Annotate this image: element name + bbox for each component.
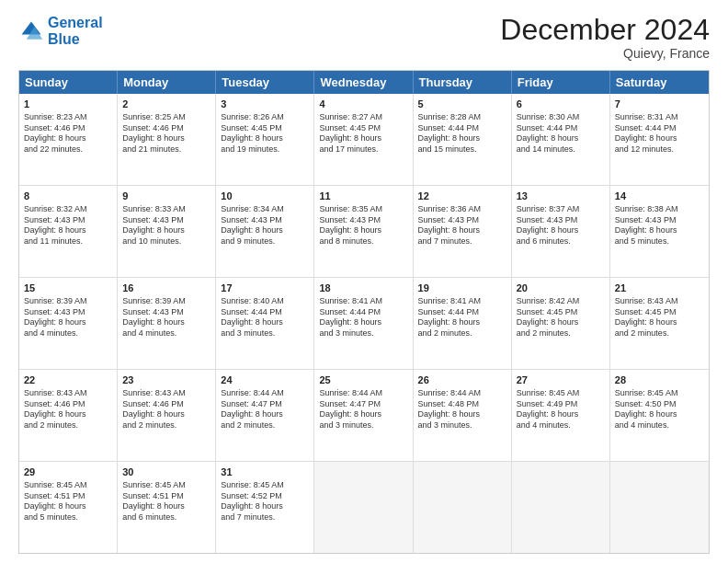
day-number: 28 <box>615 373 704 387</box>
day-number: 2 <box>122 98 210 111</box>
cal-cell: 8Sunrise: 8:32 AM Sunset: 4:43 PM Daylig… <box>19 186 118 277</box>
cal-cell: 13Sunrise: 8:37 AM Sunset: 4:43 PM Dayli… <box>512 186 610 277</box>
cal-row-5: 29Sunrise: 8:45 AM Sunset: 4:51 PM Dayli… <box>19 462 709 553</box>
cal-cell <box>610 462 709 553</box>
cell-text: Sunrise: 8:45 AM Sunset: 4:52 PM Dayligh… <box>221 480 309 523</box>
cal-row-1: 1Sunrise: 8:23 AM Sunset: 4:46 PM Daylig… <box>19 94 709 186</box>
cell-text: Sunrise: 8:30 AM Sunset: 4:44 PM Dayligh… <box>517 112 605 155</box>
cell-text: Sunrise: 8:38 AM Sunset: 4:43 PM Dayligh… <box>615 204 704 247</box>
logo-icon <box>18 18 44 44</box>
day-number: 9 <box>122 190 210 203</box>
cal-cell: 11Sunrise: 8:35 AM Sunset: 4:43 PM Dayli… <box>314 186 413 277</box>
cell-text: Sunrise: 8:41 AM Sunset: 4:44 PM Dayligh… <box>418 296 506 339</box>
cal-cell <box>414 462 512 553</box>
day-number: 1 <box>24 98 112 111</box>
day-number: 29 <box>24 465 112 479</box>
cell-text: Sunrise: 8:39 AM Sunset: 4:43 PM Dayligh… <box>122 296 210 339</box>
cal-row-4: 22Sunrise: 8:43 AM Sunset: 4:46 PM Dayli… <box>19 370 709 462</box>
cal-cell: 21Sunrise: 8:43 AM Sunset: 4:45 PM Dayli… <box>610 278 709 369</box>
cal-cell: 14Sunrise: 8:38 AM Sunset: 4:43 PM Dayli… <box>610 186 709 277</box>
logo: General Blue <box>18 15 103 47</box>
cal-cell: 2Sunrise: 8:25 AM Sunset: 4:46 PM Daylig… <box>118 94 216 185</box>
day-number: 12 <box>418 190 506 203</box>
day-number: 16 <box>122 282 210 295</box>
cell-text: Sunrise: 8:42 AM Sunset: 4:45 PM Dayligh… <box>517 296 605 339</box>
day-number: 14 <box>615 190 704 203</box>
calendar: SundayMondayTuesdayWednesdayThursdayFrid… <box>18 70 710 554</box>
day-number: 4 <box>319 98 407 111</box>
cell-text: Sunrise: 8:31 AM Sunset: 4:44 PM Dayligh… <box>615 112 704 155</box>
cell-text: Sunrise: 8:33 AM Sunset: 4:43 PM Dayligh… <box>122 204 210 247</box>
cal-header-thursday: Thursday <box>414 71 512 94</box>
cell-text: Sunrise: 8:34 AM Sunset: 4:43 PM Dayligh… <box>221 204 309 247</box>
cal-cell: 28Sunrise: 8:45 AM Sunset: 4:50 PM Dayli… <box>610 370 709 461</box>
cal-cell: 9Sunrise: 8:33 AM Sunset: 4:43 PM Daylig… <box>118 186 216 277</box>
day-number: 11 <box>319 190 407 203</box>
header: General Blue December 2024 Quievy, Franc… <box>18 15 710 61</box>
cell-text: Sunrise: 8:41 AM Sunset: 4:44 PM Dayligh… <box>319 296 407 339</box>
day-number: 24 <box>221 373 309 387</box>
cal-header-saturday: Saturday <box>610 71 709 94</box>
day-number: 26 <box>418 373 506 387</box>
cell-text: Sunrise: 8:40 AM Sunset: 4:44 PM Dayligh… <box>221 296 309 339</box>
cell-text: Sunrise: 8:44 AM Sunset: 4:48 PM Dayligh… <box>418 388 506 431</box>
cal-header-monday: Monday <box>118 71 216 94</box>
cal-cell: 29Sunrise: 8:45 AM Sunset: 4:51 PM Dayli… <box>19 462 118 553</box>
cal-cell: 20Sunrise: 8:42 AM Sunset: 4:45 PM Dayli… <box>512 278 610 369</box>
day-number: 8 <box>24 190 112 203</box>
logo-line1: General <box>48 15 103 30</box>
cal-header-sunday: Sunday <box>19 71 118 94</box>
day-number: 21 <box>615 282 704 295</box>
day-number: 19 <box>418 282 506 295</box>
day-number: 25 <box>319 373 407 387</box>
cell-text: Sunrise: 8:45 AM Sunset: 4:50 PM Dayligh… <box>615 388 704 431</box>
page: General Blue December 2024 Quievy, Franc… <box>0 0 728 563</box>
cal-cell: 15Sunrise: 8:39 AM Sunset: 4:43 PM Dayli… <box>19 278 118 369</box>
cell-text: Sunrise: 8:36 AM Sunset: 4:43 PM Dayligh… <box>418 204 506 247</box>
cal-header-friday: Friday <box>512 71 610 94</box>
cell-text: Sunrise: 8:43 AM Sunset: 4:46 PM Dayligh… <box>24 388 112 431</box>
cal-cell: 6Sunrise: 8:30 AM Sunset: 4:44 PM Daylig… <box>512 94 610 185</box>
day-number: 10 <box>221 190 309 203</box>
day-number: 6 <box>517 98 605 111</box>
cal-cell: 17Sunrise: 8:40 AM Sunset: 4:44 PM Dayli… <box>216 278 314 369</box>
cell-text: Sunrise: 8:25 AM Sunset: 4:46 PM Dayligh… <box>122 112 210 155</box>
cal-row-3: 15Sunrise: 8:39 AM Sunset: 4:43 PM Dayli… <box>19 278 709 370</box>
day-number: 7 <box>615 98 704 111</box>
cal-cell: 16Sunrise: 8:39 AM Sunset: 4:43 PM Dayli… <box>118 278 216 369</box>
cal-cell <box>512 462 610 553</box>
cal-cell: 25Sunrise: 8:44 AM Sunset: 4:47 PM Dayli… <box>314 370 413 461</box>
cal-cell: 3Sunrise: 8:26 AM Sunset: 4:45 PM Daylig… <box>216 94 314 185</box>
day-number: 22 <box>24 373 112 387</box>
day-number: 17 <box>221 282 309 295</box>
cal-cell: 23Sunrise: 8:43 AM Sunset: 4:46 PM Dayli… <box>118 370 216 461</box>
cal-cell <box>314 462 413 553</box>
cell-text: Sunrise: 8:44 AM Sunset: 4:47 PM Dayligh… <box>319 388 407 431</box>
cal-cell: 18Sunrise: 8:41 AM Sunset: 4:44 PM Dayli… <box>314 278 413 369</box>
cal-cell: 31Sunrise: 8:45 AM Sunset: 4:52 PM Dayli… <box>216 462 314 553</box>
cal-cell: 1Sunrise: 8:23 AM Sunset: 4:46 PM Daylig… <box>19 94 118 185</box>
cal-cell: 10Sunrise: 8:34 AM Sunset: 4:43 PM Dayli… <box>216 186 314 277</box>
day-number: 31 <box>221 465 309 479</box>
cal-header-wednesday: Wednesday <box>314 71 413 94</box>
month-title: December 2024 <box>500 15 710 44</box>
cal-cell: 30Sunrise: 8:45 AM Sunset: 4:51 PM Dayli… <box>118 462 216 553</box>
cell-text: Sunrise: 8:27 AM Sunset: 4:45 PM Dayligh… <box>319 112 407 155</box>
day-number: 27 <box>517 373 605 387</box>
cell-text: Sunrise: 8:32 AM Sunset: 4:43 PM Dayligh… <box>24 204 112 247</box>
cal-cell: 19Sunrise: 8:41 AM Sunset: 4:44 PM Dayli… <box>414 278 512 369</box>
cell-text: Sunrise: 8:35 AM Sunset: 4:43 PM Dayligh… <box>319 204 407 247</box>
cell-text: Sunrise: 8:23 AM Sunset: 4:46 PM Dayligh… <box>24 112 112 155</box>
cell-text: Sunrise: 8:45 AM Sunset: 4:51 PM Dayligh… <box>24 480 112 523</box>
day-number: 18 <box>319 282 407 295</box>
cal-row-2: 8Sunrise: 8:32 AM Sunset: 4:43 PM Daylig… <box>19 186 709 278</box>
cal-cell: 22Sunrise: 8:43 AM Sunset: 4:46 PM Dayli… <box>19 370 118 461</box>
day-number: 30 <box>122 465 210 479</box>
calendar-body: 1Sunrise: 8:23 AM Sunset: 4:46 PM Daylig… <box>19 94 709 553</box>
cal-cell: 12Sunrise: 8:36 AM Sunset: 4:43 PM Dayli… <box>414 186 512 277</box>
logo-line2: Blue <box>48 31 80 47</box>
cal-cell: 27Sunrise: 8:45 AM Sunset: 4:49 PM Dayli… <box>512 370 610 461</box>
day-number: 13 <box>517 190 605 203</box>
day-number: 23 <box>122 373 210 387</box>
day-number: 3 <box>221 98 309 111</box>
